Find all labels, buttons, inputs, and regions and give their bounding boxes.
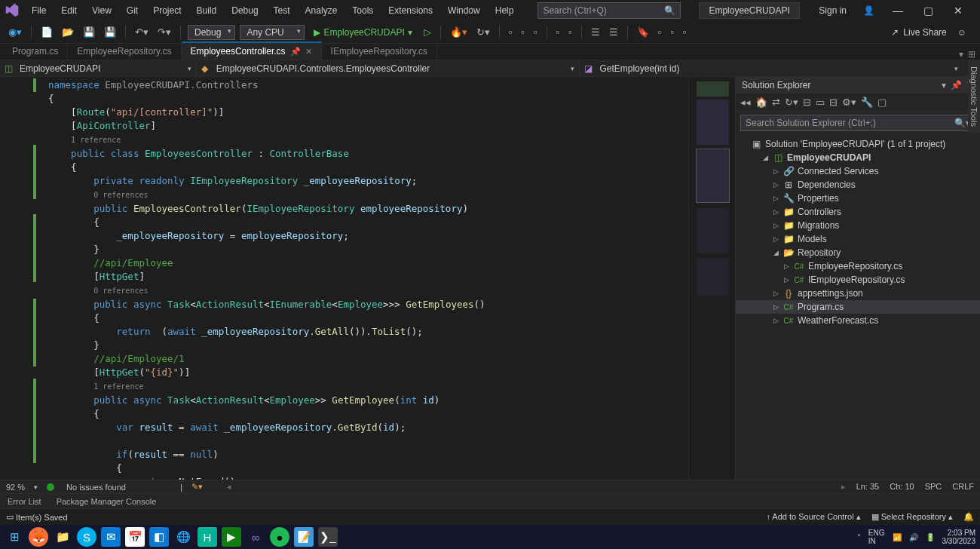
solution-node[interactable]: ▣ Solution 'EmployeeCRUDAPI' (1 of 1 pro… — [736, 137, 980, 151]
terminal-icon[interactable]: ❯_ — [318, 527, 338, 547]
signin-link[interactable]: Sign in — [814, 4, 851, 17]
undo-icon[interactable]: ↶▾ — [133, 25, 151, 39]
tree-file-program[interactable]: ▷C#Program.cs — [736, 300, 980, 314]
start-debugging-button[interactable]: ▶ EmployeeCRUDAPI ▾ — [309, 26, 416, 39]
start-button[interactable]: ⊞ — [5, 527, 24, 547]
menu-edit[interactable]: Edit — [55, 2, 83, 19]
tab-package-manager-console[interactable]: Package Manager Console — [49, 495, 164, 508]
codelens[interactable]: 1 reference — [93, 382, 143, 391]
code-editor[interactable]: namespace EmployeeCRUDAPI.Controllers { … — [0, 77, 688, 480]
tree-file-employee-repository[interactable]: ▷C#EmployeeRepository.cs — [736, 259, 980, 273]
close-button[interactable]: ✕ — [947, 3, 969, 18]
code-content[interactable]: namespace EmployeeCRUDAPI.Controllers { … — [0, 77, 688, 480]
menu-tools[interactable]: Tools — [346, 2, 379, 19]
back-button[interactable]: ◉▾ — [6, 25, 24, 39]
feedback-icon[interactable]: ☺ — [957, 27, 966, 38]
menu-build[interactable]: Build — [191, 2, 223, 19]
tray-lang[interactable]: ENGIN — [868, 529, 885, 545]
add-source-control[interactable]: ↑ Add to Source Control ▴ — [766, 512, 860, 522]
step2-icon[interactable]: ▫ — [566, 25, 574, 39]
menu-git[interactable]: Git — [121, 2, 144, 19]
account-icon[interactable]: 👤 — [859, 4, 879, 17]
teal-app-icon[interactable]: H — [198, 527, 217, 547]
browse2-icon[interactable]: ▫ — [519, 25, 527, 39]
notepad-icon[interactable]: 📝 — [294, 527, 314, 547]
refresh-icon[interactable]: ↻▾ — [474, 25, 492, 39]
tree-file-weatherforecast[interactable]: ▷C#WeatherForecast.cs — [736, 314, 980, 327]
cleanup-icon[interactable]: ✎▾ — [191, 482, 203, 492]
green-app-icon[interactable]: ▶ — [222, 527, 241, 547]
save-all-icon[interactable]: 💾 — [102, 25, 118, 39]
se-refresh-icon[interactable]: ↻▾ — [785, 97, 798, 108]
skype-icon[interactable]: S — [77, 527, 96, 547]
file-explorer-icon[interactable]: 📁 — [53, 527, 72, 547]
step-icon[interactable]: ▫ — [554, 25, 562, 39]
codelens[interactable]: 0 references — [93, 287, 148, 295]
wifi-icon[interactable]: 📶 — [893, 533, 902, 541]
bookmark-clear-icon[interactable]: ▫ — [681, 25, 689, 39]
outdent-icon[interactable]: ☰ — [607, 25, 620, 39]
tab-error-list[interactable]: Error List — [0, 495, 49, 508]
menu-extensions[interactable]: Extensions — [382, 2, 439, 19]
menu-debug[interactable]: Debug — [225, 2, 264, 19]
menu-file[interactable]: File — [26, 2, 52, 19]
search-input[interactable]: Search (Ctrl+Q) 🔍 — [537, 2, 681, 19]
se-home-icon[interactable]: 🏠 — [755, 97, 767, 108]
codelens[interactable]: 0 references — [93, 191, 148, 199]
firefox-icon[interactable]: 🦊 — [29, 527, 48, 547]
menu-view[interactable]: View — [86, 2, 118, 19]
tab-employee-repository[interactable]: EmployeeRepository.cs — [68, 43, 181, 60]
zoom-level[interactable]: 92 % — [6, 483, 25, 492]
se-view-icon[interactable]: ▢ — [877, 97, 887, 108]
new-project-icon[interactable]: 📄 — [38, 25, 55, 39]
start-without-debug-icon[interactable]: ▷ — [421, 25, 433, 39]
bookmark-icon[interactable]: 🔖 — [635, 25, 651, 39]
diagnostic-tools-tab[interactable]: Diagnostic Tools — [968, 60, 980, 133]
se-back-icon[interactable]: ◂◂ — [740, 97, 751, 108]
maximize-button[interactable]: ▢ — [917, 3, 939, 18]
line-indicator[interactable]: Ln: 35 — [856, 482, 880, 492]
tree-migrations[interactable]: ▷📁Migrations — [736, 219, 980, 232]
char-indicator[interactable]: Ch: 10 — [890, 482, 914, 492]
menu-analyze[interactable]: Analyze — [299, 2, 344, 19]
bookmark-next-icon[interactable]: ▫ — [668, 25, 676, 39]
tab-pin-icon[interactable]: 📌 — [290, 47, 301, 57]
chrome-icon[interactable]: 🌐 — [173, 527, 193, 547]
open-icon[interactable]: 📂 — [60, 25, 76, 39]
bookmark-prev-icon[interactable]: ▫ — [656, 25, 664, 39]
tab-window-icon[interactable]: ⊞ — [968, 49, 975, 60]
browse1-icon[interactable]: ▫ — [507, 25, 515, 39]
calendar-icon[interactable]: 📅 — [125, 527, 145, 547]
tree-properties[interactable]: ▷🔧Properties — [736, 192, 980, 205]
spaces-indicator[interactable]: SPC — [925, 482, 942, 492]
spotify-icon[interactable]: ● — [270, 527, 289, 547]
codelens[interactable]: 1 reference — [71, 136, 121, 144]
tree-dependencies[interactable]: ▷⊞Dependencies — [736, 178, 980, 192]
select-repository[interactable]: ▦ Select Repository ▴ — [871, 512, 953, 522]
tab-iemployee-repository[interactable]: IEmployeeRepository.cs — [322, 43, 438, 60]
tree-models[interactable]: ▷📁Models — [736, 232, 980, 246]
configuration-combo[interactable]: Debug — [188, 25, 235, 40]
tab-program[interactable]: Program.cs — [3, 43, 68, 60]
menu-project[interactable]: Project — [147, 2, 187, 19]
save-icon[interactable]: 💾 — [81, 25, 97, 39]
menu-help[interactable]: Help — [489, 2, 520, 19]
platform-combo[interactable]: Any CPU — [240, 25, 305, 40]
tab-employees-controller[interactable]: EmployeesController.cs📌✕ — [182, 41, 322, 60]
solution-breadcrumb[interactable]: EmployeeCRUDAPI — [699, 2, 799, 19]
se-filter-icon[interactable]: ⊟ — [803, 97, 811, 108]
clock[interactable]: 2:03 PM 3/30/2023 — [942, 529, 976, 545]
mail-icon[interactable]: ✉ — [101, 527, 121, 547]
visual-studio-icon[interactable]: ∞ — [246, 527, 265, 547]
nav-project-combo[interactable]: ◫ EmployeeCRUDAPI — [0, 60, 197, 76]
redo-icon[interactable]: ↷▾ — [155, 25, 173, 39]
browse3-icon[interactable]: ▫ — [531, 25, 540, 39]
panel-dropdown-icon[interactable]: ▾ — [942, 80, 946, 90]
panel-pin-icon[interactable]: 📌 — [951, 80, 962, 90]
live-share-button[interactable]: ↗ Live Share ☺ — [891, 27, 974, 38]
volume-icon[interactable]: 🔊 — [909, 533, 918, 541]
tab-close-icon[interactable]: ✕ — [305, 47, 312, 57]
hot-reload-icon[interactable]: 🔥▾ — [448, 25, 470, 39]
se-collapse-icon[interactable]: ⊟ — [829, 97, 838, 108]
tree-connected-services[interactable]: ▷🔗Connected Services — [736, 164, 980, 178]
